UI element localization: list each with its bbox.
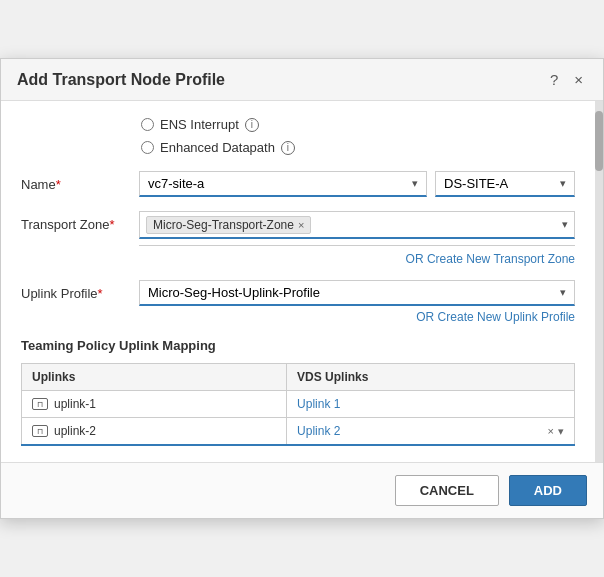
- teaming-table: Uplinks VDS Uplinks ⊓ uplink-1: [21, 363, 575, 446]
- col-uplinks: Uplinks: [22, 364, 287, 391]
- uplink-profile-chevron: ▾: [560, 286, 566, 299]
- name-value-2: DS-SITE-A: [444, 176, 508, 191]
- uplink-profile-required: *: [98, 286, 103, 301]
- scrollbar-thumb[interactable]: [595, 111, 603, 171]
- transport-zone-controls: Micro-Seg-Transport-Zone × ▾ OR Create N…: [139, 211, 575, 266]
- dialog-footer: CANCEL ADD: [1, 462, 603, 518]
- scrollbar-track[interactable]: [595, 101, 603, 462]
- table-row: ⊓ uplink-1 Uplink 1: [22, 391, 575, 418]
- name-chevron-2: ▾: [560, 177, 566, 190]
- dialog-body: ENS Interrupt i Enhanced Datapath i Name…: [1, 101, 603, 462]
- uplink-2-label: uplink-2: [54, 424, 96, 438]
- uplink-profile-select[interactable]: Micro-Seg-Host-Uplink-Profile ▾: [139, 280, 575, 306]
- uplink-profile-value: Micro-Seg-Host-Uplink-Profile: [148, 285, 320, 300]
- cancel-button[interactable]: CANCEL: [395, 475, 499, 506]
- vds-2-controls: × ▾: [548, 425, 564, 438]
- name-required: *: [56, 177, 61, 192]
- uplink-2-cell-content: ⊓ uplink-2: [32, 424, 276, 438]
- vds-1-cell: Uplink 1: [287, 391, 575, 418]
- enhanced-datapath-option[interactable]: Enhanced Datapath i: [141, 140, 575, 155]
- name-row: Name* vc7-site-a ▾ DS-SITE-A ▾: [21, 171, 575, 197]
- transport-zone-required: *: [109, 217, 114, 232]
- transport-zone-label: Transport Zone*: [21, 211, 131, 232]
- dialog-header: Add Transport Node Profile ? ×: [1, 59, 603, 101]
- transport-zone-row: Transport Zone* Micro-Seg-Transport-Zone…: [21, 211, 575, 266]
- ens-interrupt-option[interactable]: ENS Interrupt i: [141, 117, 575, 132]
- name-value-1: vc7-site-a: [148, 176, 204, 191]
- transport-zone-chevron[interactable]: ▾: [562, 218, 568, 231]
- enhanced-datapath-radio[interactable]: [141, 141, 154, 154]
- vds-2-cell: Uplink 2 × ▾: [287, 418, 575, 446]
- name-label: Name*: [21, 171, 131, 192]
- name-select-2[interactable]: DS-SITE-A ▾: [435, 171, 575, 197]
- ens-interrupt-info-icon[interactable]: i: [245, 118, 259, 132]
- name-chevron-1: ▾: [412, 177, 418, 190]
- name-select-1[interactable]: vc7-site-a ▾: [139, 171, 427, 197]
- vds-1-value[interactable]: Uplink 1: [297, 397, 340, 411]
- vds-2-value[interactable]: Uplink 2: [297, 424, 340, 438]
- uplink-2-icon: ⊓: [32, 425, 48, 437]
- dialog-title: Add Transport Node Profile: [17, 71, 225, 89]
- transport-zone-tag: Micro-Seg-Transport-Zone ×: [146, 216, 311, 234]
- radio-group: ENS Interrupt i Enhanced Datapath i: [21, 117, 575, 155]
- table-row: ⊓ uplink-2 Uplink 2 × ▾: [22, 418, 575, 446]
- table-header-row: Uplinks VDS Uplinks: [22, 364, 575, 391]
- teaming-title: Teaming Policy Uplink Mapping: [21, 338, 575, 353]
- enhanced-datapath-info-icon[interactable]: i: [281, 141, 295, 155]
- transport-zone-tag-close[interactable]: ×: [298, 219, 304, 231]
- uplink-profile-row: Uplink Profile* Micro-Seg-Host-Uplink-Pr…: [21, 280, 575, 324]
- uplink-1-label: uplink-1: [54, 397, 96, 411]
- add-transport-node-profile-dialog: Add Transport Node Profile ? × ENS Inter…: [0, 58, 604, 519]
- uplink-1-cell-content: ⊓ uplink-1: [32, 397, 276, 411]
- help-button[interactable]: ?: [546, 69, 562, 90]
- uplink-profile-controls: Micro-Seg-Host-Uplink-Profile ▾ OR Creat…: [139, 280, 575, 324]
- col-vds-uplinks: VDS Uplinks: [287, 364, 575, 391]
- header-icons: ? ×: [546, 69, 587, 90]
- transport-zone-tag-select[interactable]: Micro-Seg-Transport-Zone × ▾: [139, 211, 575, 239]
- add-button[interactable]: ADD: [509, 475, 587, 506]
- create-uplink-profile-link[interactable]: OR Create New Uplink Profile: [139, 310, 575, 324]
- enhanced-datapath-label: Enhanced Datapath: [160, 140, 275, 155]
- create-transport-zone-link[interactable]: OR Create New Transport Zone: [139, 252, 575, 266]
- teaming-section: Teaming Policy Uplink Mapping Uplinks VD…: [21, 338, 575, 446]
- close-button[interactable]: ×: [570, 69, 587, 90]
- body-wrapper: ENS Interrupt i Enhanced Datapath i Name…: [1, 101, 603, 462]
- uplink-2-cell: ⊓ uplink-2: [22, 418, 287, 446]
- uplink-profile-label: Uplink Profile*: [21, 280, 131, 301]
- ens-interrupt-radio[interactable]: [141, 118, 154, 131]
- ens-interrupt-label: ENS Interrupt: [160, 117, 239, 132]
- vds-2-clear[interactable]: ×: [548, 425, 554, 437]
- uplink-1-icon: ⊓: [32, 398, 48, 410]
- name-controls: vc7-site-a ▾ DS-SITE-A ▾: [139, 171, 575, 197]
- uplink-1-cell: ⊓ uplink-1: [22, 391, 287, 418]
- vds-2-chevron[interactable]: ▾: [558, 425, 564, 438]
- name-select-row: vc7-site-a ▾ DS-SITE-A ▾: [139, 171, 575, 197]
